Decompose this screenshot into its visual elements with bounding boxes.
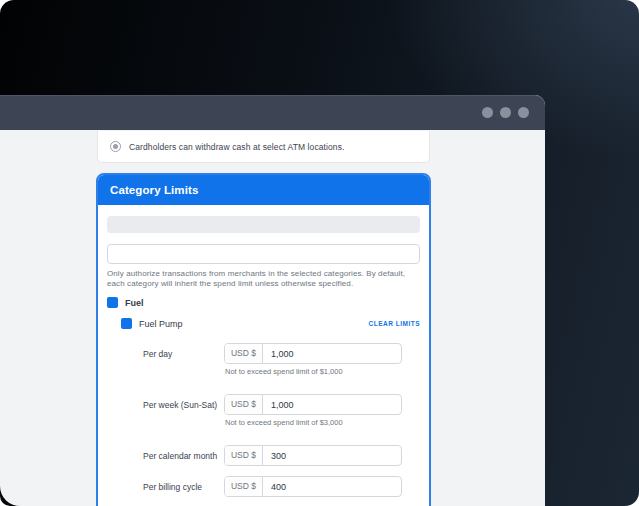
browser-titlebar bbox=[0, 95, 545, 130]
amount-input[interactable] bbox=[263, 395, 401, 414]
category-search-input[interactable] bbox=[107, 244, 420, 264]
limit-row-label: Per billing cycle bbox=[143, 482, 224, 492]
clear-limits-link[interactable]: CLEAR LIMITS bbox=[369, 320, 421, 327]
fuel-pump-checkbox[interactable] bbox=[121, 318, 132, 329]
amount-input[interactable] bbox=[263, 344, 401, 363]
atm-notice-card: Cardholders can withdraw cash at select … bbox=[97, 131, 430, 163]
marketing-card: Cardholders can withdraw cash at select … bbox=[0, 0, 639, 506]
limit-note: Not to exceed spend limit of $3,000 bbox=[224, 418, 402, 427]
category-limits-panel: Category Limits Only authorize transacti… bbox=[96, 173, 431, 506]
limit-row: Per dayUSD $Not to exceed spend limit of… bbox=[143, 343, 420, 384]
limit-row: Per billing cycleUSD $ bbox=[143, 476, 420, 497]
currency-prefix: USD $ bbox=[225, 477, 263, 496]
atm-notice-text: Cardholders can withdraw cash at select … bbox=[129, 142, 344, 152]
category-row-fuel: Fuel bbox=[107, 297, 420, 308]
currency-prefix: USD $ bbox=[225, 344, 263, 363]
radio-dot-icon bbox=[110, 141, 121, 152]
fuel-pump-label: Fuel Pump bbox=[139, 319, 183, 329]
panel-body: Only authorize transactions from merchan… bbox=[98, 205, 429, 506]
browser-window: Cardholders can withdraw cash at select … bbox=[0, 95, 545, 506]
category-limits-header: Category Limits bbox=[98, 175, 429, 205]
selected-categories-placeholder bbox=[107, 216, 420, 233]
window-control-dot[interactable] bbox=[518, 107, 529, 118]
limit-row-label: Per week (Sun-Sat) bbox=[143, 400, 224, 410]
panel-title: Category Limits bbox=[110, 184, 198, 196]
amount-input-group: USD $ bbox=[224, 343, 402, 364]
amount-input-group: USD $ bbox=[224, 394, 402, 415]
limit-row-label: Per calendar month bbox=[143, 451, 224, 461]
amount-input[interactable] bbox=[263, 477, 401, 496]
fuel-label: Fuel bbox=[125, 298, 144, 308]
window-control-dot[interactable] bbox=[500, 107, 511, 118]
limit-row: Per week (Sun-Sat)USD $Not to exceed spe… bbox=[143, 394, 420, 435]
amount-input-group: USD $ bbox=[224, 445, 402, 466]
window-controls bbox=[482, 107, 529, 118]
fuel-checkbox[interactable] bbox=[107, 297, 118, 308]
window-control-dot[interactable] bbox=[482, 107, 493, 118]
amount-input[interactable] bbox=[263, 446, 401, 465]
limit-row-label: Per day bbox=[143, 349, 224, 359]
subcategory-row-fuel-pump: Fuel Pump CLEAR LIMITS bbox=[121, 318, 420, 329]
amount-input-group: USD $ bbox=[224, 476, 402, 497]
currency-prefix: USD $ bbox=[225, 446, 263, 465]
limit-row: Per calendar monthUSD $ bbox=[143, 445, 420, 466]
limit-rows: Per dayUSD $Not to exceed spend limit of… bbox=[143, 343, 420, 506]
limit-note: Not to exceed spend limit of $1,000 bbox=[224, 367, 402, 376]
category-help-text: Only authorize transactions from merchan… bbox=[107, 269, 420, 289]
currency-prefix: USD $ bbox=[225, 395, 263, 414]
